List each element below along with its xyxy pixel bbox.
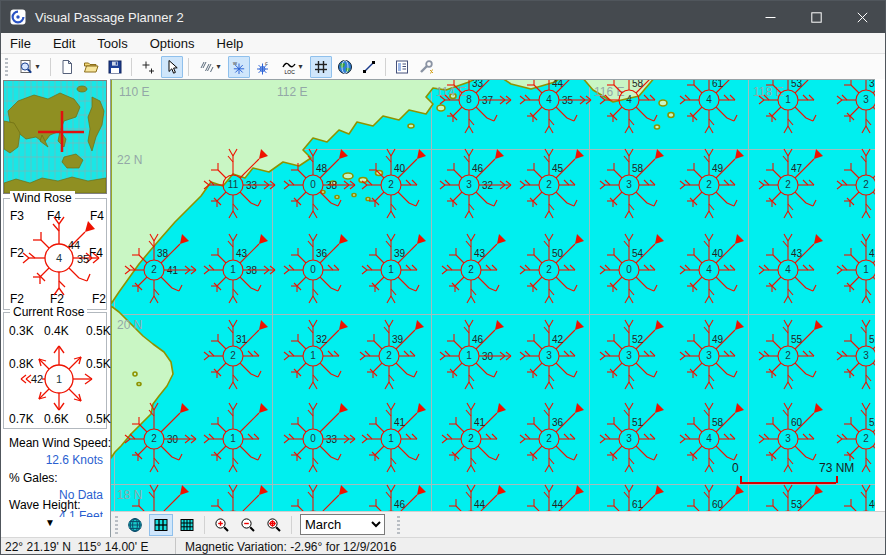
current-rose-toggle-button[interactable]: c bbox=[252, 56, 274, 78]
scale-end-label: 73 NM bbox=[819, 461, 854, 475]
scale-bar-tick bbox=[836, 476, 838, 483]
maximize-button[interactable] bbox=[793, 1, 839, 33]
toolbar-separator bbox=[131, 58, 132, 76]
open-file-button[interactable] bbox=[80, 56, 102, 78]
route-tool-button[interactable] bbox=[358, 56, 380, 78]
latitude-label: 18 N bbox=[117, 488, 142, 502]
new-document-button[interactable] bbox=[56, 56, 78, 78]
toolbar-grip[interactable] bbox=[115, 516, 118, 534]
dropdown-caret-icon[interactable]: ▾ bbox=[216, 62, 220, 71]
grid-coarse-button[interactable] bbox=[149, 514, 173, 536]
main-toolbar: ▾▾wcLOC▾ bbox=[1, 54, 885, 79]
title-bar: Visual Passage Planner 2 bbox=[1, 1, 885, 33]
longitude-label: 118 E bbox=[753, 85, 783, 99]
toolbar-grip[interactable] bbox=[397, 516, 400, 534]
toolbar-separator bbox=[204, 516, 205, 534]
longitude-label: 116 E bbox=[594, 85, 624, 99]
toolbar-separator bbox=[50, 58, 51, 76]
close-button[interactable] bbox=[839, 1, 885, 33]
toolbar-separator bbox=[188, 58, 189, 76]
view-toolbar: March bbox=[111, 511, 886, 537]
wind-rose-diagram: 4 44 35 bbox=[11, 215, 107, 301]
scale-bar bbox=[740, 482, 836, 484]
menu-help[interactable]: Help bbox=[209, 34, 252, 53]
mean-wind-speed-value: 12.6 Knots bbox=[9, 453, 103, 467]
zoom-extents-button[interactable] bbox=[262, 514, 286, 536]
svg-text:c: c bbox=[265, 59, 268, 65]
toolbar-separator bbox=[385, 58, 386, 76]
grid-toggle-button[interactable] bbox=[310, 56, 332, 78]
route-wizard-button[interactable] bbox=[415, 56, 437, 78]
info-sidebar: Wind Rose F3 F4 F4 F2 F4 F2 F2 F2 bbox=[1, 79, 111, 537]
window-title: Visual Passage Planner 2 bbox=[35, 10, 747, 25]
minimize-button[interactable] bbox=[747, 1, 793, 33]
menu-tools[interactable]: Tools bbox=[89, 34, 135, 53]
wind-rose-toggle-button[interactable]: w bbox=[228, 56, 250, 78]
current-rose-diagram: 1 42 bbox=[11, 336, 107, 422]
weather-overlay-button[interactable]: ▾ bbox=[194, 56, 226, 78]
overview-world-map[interactable] bbox=[3, 80, 107, 194]
current-rose-center-value: 1 bbox=[56, 373, 62, 385]
zoom-out-button[interactable] bbox=[236, 514, 260, 536]
mainland-coast bbox=[111, 80, 481, 304]
grid-fine-button[interactable] bbox=[175, 514, 199, 536]
menu-edit[interactable]: Edit bbox=[45, 34, 83, 53]
wave-height-value: 4.1 Feet bbox=[9, 509, 103, 517]
current-rose-left-value: 42 bbox=[31, 373, 43, 385]
longitude-label: 114 E bbox=[436, 85, 466, 99]
wind-rose-title: Wind Rose bbox=[10, 191, 75, 205]
save-file-button[interactable] bbox=[104, 56, 126, 78]
globe-view-button[interactable] bbox=[334, 56, 356, 78]
month-select[interactable]: March bbox=[300, 514, 385, 535]
svg-text:LOC: LOC bbox=[285, 68, 296, 74]
wind-rose-right-value: 35 bbox=[77, 253, 89, 265]
current-rose-title: Current Rose bbox=[10, 305, 87, 319]
svg-text:w: w bbox=[232, 59, 237, 65]
toolbar-separator bbox=[291, 516, 292, 534]
magnetic-variation: Magnetic Variation: -2.96° for 12/9/2016 bbox=[176, 540, 396, 554]
wind-rose-center-value: 4 bbox=[56, 252, 62, 264]
app-window: Visual Passage Planner 2 FileEditToolsOp… bbox=[0, 0, 886, 555]
passage-chart-map[interactable]: 110 E112 E114 E116 E118 E22 N20 N18 N378… bbox=[111, 79, 875, 511]
current-rose-panel: Current Rose 0.3K 0.4K 0.5K 0.8K 0.5K 0.… bbox=[3, 312, 107, 429]
scroll-down-arrow[interactable]: ▼ bbox=[45, 517, 55, 528]
app-logo-icon bbox=[10, 9, 26, 25]
dropdown-caret-icon[interactable]: ▾ bbox=[35, 62, 39, 71]
globe-projection-button[interactable] bbox=[123, 514, 147, 536]
latitude-label: 22 N bbox=[117, 153, 142, 167]
longitude-label: 112 E bbox=[277, 85, 307, 99]
land-masses bbox=[111, 80, 875, 511]
report-view-button[interactable] bbox=[391, 56, 413, 78]
scale-start-label: 0 bbox=[732, 461, 739, 475]
waves-overlay-button[interactable]: LOC▾ bbox=[276, 56, 308, 78]
status-bar: 22° 21.19' N 115° 14.00' E Magnetic Vari… bbox=[1, 537, 885, 555]
scale-bar-tick bbox=[740, 476, 742, 483]
zoom-in-button[interactable] bbox=[210, 514, 234, 536]
longitude-label: 110 E bbox=[119, 85, 149, 99]
wind-rose-panel: Wind Rose F3 F4 F4 F2 F4 F2 F2 F2 bbox=[3, 198, 107, 310]
latitude-label: 20 N bbox=[117, 318, 142, 332]
pointer-tool-button[interactable] bbox=[161, 56, 183, 78]
toolbar-grip[interactable] bbox=[5, 58, 8, 76]
dropdown-caret-icon[interactable]: ▾ bbox=[298, 62, 302, 71]
window-controls bbox=[747, 1, 885, 33]
distance-tool-button[interactable] bbox=[137, 56, 159, 78]
wind-rose-upper-value: 44 bbox=[68, 239, 80, 251]
print-preview-button[interactable]: ▾ bbox=[13, 56, 45, 78]
menu-options[interactable]: Options bbox=[142, 34, 203, 53]
cursor-position: 22° 21.19' N 115° 14.00' E bbox=[1, 538, 176, 555]
menu-bar: FileEditToolsOptionsHelp bbox=[1, 33, 885, 54]
gales-label: % Gales: bbox=[9, 471, 58, 485]
coast-top-mid bbox=[499, 80, 563, 89]
menu-file[interactable]: File bbox=[2, 34, 39, 53]
mean-wind-speed-label: Mean Wind Speed: bbox=[9, 436, 111, 450]
